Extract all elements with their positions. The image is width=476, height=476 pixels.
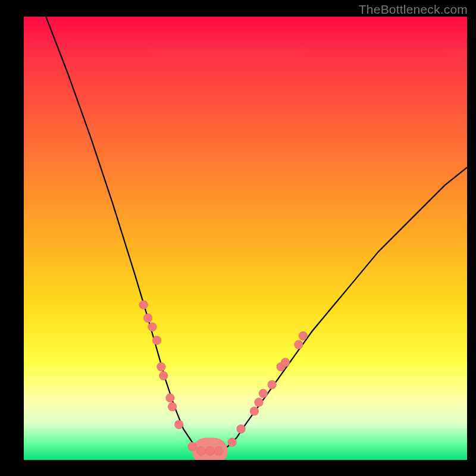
data-point (237, 424, 246, 433)
watermark-text: TheBottleneck.com (359, 2, 468, 17)
plot-area (24, 17, 467, 460)
bottleneck-curve (46, 17, 467, 451)
data-point (214, 447, 223, 456)
data-point (165, 393, 174, 402)
data-point (156, 362, 165, 371)
data-point (188, 442, 197, 451)
data-point (159, 371, 168, 380)
data-point (228, 438, 237, 447)
data-point (197, 447, 206, 456)
data-point (174, 420, 183, 429)
data-point (254, 398, 263, 407)
data-point (250, 407, 259, 416)
data-point (143, 314, 152, 322)
data-point (299, 331, 308, 340)
chart-frame: TheBottleneck.com (0, 0, 476, 476)
data-point (259, 389, 268, 398)
data-point (139, 300, 148, 309)
data-point (152, 336, 161, 345)
data-point (281, 358, 290, 367)
data-point (168, 402, 177, 411)
curve-svg (24, 17, 467, 460)
data-point (148, 322, 157, 331)
data-point (268, 380, 277, 389)
data-point (205, 447, 214, 456)
data-point (294, 340, 303, 349)
